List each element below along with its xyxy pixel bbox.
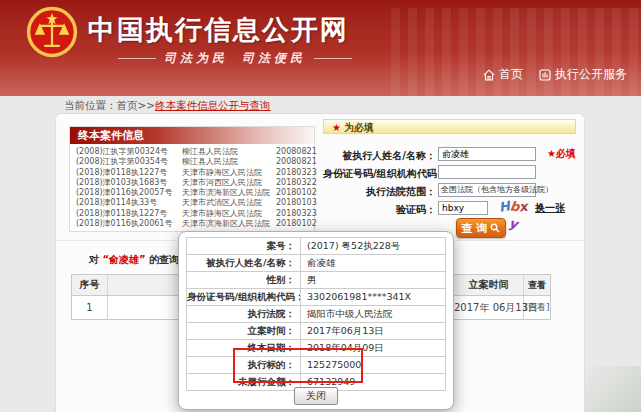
detail-row-name: 被执行人姓名/名称：俞凌雄 [187, 255, 445, 272]
captcha-field-label: 验证码： [323, 202, 436, 218]
summary-prefix: 对 [89, 254, 102, 265]
site-slogan: 司法为民 司法便民 [110, 50, 360, 67]
court-scope-select[interactable]: 全国法院（包含地方各级法院） [438, 183, 536, 197]
breadcrumb-current-link[interactable]: 终本案件信息公开与查询 [155, 99, 271, 111]
case-detail-modal: 案号：(2017) 粤52执228号 被执行人姓名/名称：俞凌雄 性别：男 身份… [178, 231, 454, 410]
slogan-line-left [118, 58, 156, 59]
captcha-input[interactable] [438, 201, 488, 215]
list-item[interactable]: (2018)津0114执33号天津市武清区人民法院20180103 [70, 198, 314, 208]
court-emblem-logo [26, 6, 78, 58]
slogan-text-left: 司法为民 [164, 50, 228, 67]
detail-row-court: 执行法院：揭阳市中级人民法院 [187, 306, 445, 323]
breadcrumb: 当前位置：首页>>终本案件信息公开与查询 [64, 99, 271, 113]
detail-row-terminate-date: 终本日期：2018年04月09日 [187, 340, 445, 357]
detail-row-id-code: 身份证号码/组织机构代码：3302061981****341X [187, 289, 445, 306]
name-field-label: 被执行人姓名/名称： [323, 148, 436, 164]
detail-row-filed-date: 立案时间：2017年06月13日 [187, 323, 445, 340]
search-button[interactable]: 查 询 [456, 218, 506, 238]
form-row-name: 被执行人姓名/名称： ★必填 [323, 146, 576, 162]
nav-home-label: 首页 [499, 66, 523, 83]
home-icon [483, 69, 495, 81]
name-input[interactable] [438, 147, 536, 161]
service-building-icon [539, 69, 551, 81]
nav-service-label: 执行公开服务 [555, 66, 627, 83]
list-item[interactable]: (2018)津0118执1227号天津市静海区人民法院20180323 [70, 168, 314, 178]
list-item[interactable]: (2018)津0103执1683号天津市河西区人民法院20180322 [70, 178, 314, 188]
list-item[interactable]: (2008)江执字第00354号柳江县人民法院20080821 [70, 157, 314, 167]
case-detail-table: 案号：(2017) 粤52执228号 被执行人姓名/名称：俞凌雄 性别：男 身份… [186, 237, 446, 391]
cell-filed-date: 2017年 06月13日 [454, 296, 524, 319]
form-row-captcha: 验证码： Hbxy 换一张 [323, 200, 576, 216]
col-index: 序号 [72, 275, 108, 295]
slogan-text-right: 司法便民 [242, 50, 306, 67]
nav-enforcement-service[interactable]: 执行公开服务 [539, 66, 627, 83]
summary-queried-name: “俞凌雄” [102, 254, 145, 265]
cell-index: 1 [72, 296, 108, 319]
court-scope-label: 执行法院范围： [323, 184, 436, 200]
terminated-cases-list: (2008)江执字第00324号柳江县人民法院20080821 (2008)江执… [70, 144, 314, 229]
col-view: 查看 [524, 275, 550, 295]
terminated-cases-title: 终本案件信息 [70, 127, 314, 144]
list-item[interactable]: (2018)津0118执1227号天津市静海区人民法院20180323 [70, 209, 314, 219]
name-required-tag: ★必填 [547, 146, 576, 162]
terminated-cases-box: 终本案件信息 (2008)江执字第00324号柳江县人民法院20080821 (… [69, 126, 315, 232]
view-link[interactable]: [查看] [524, 296, 550, 319]
nav-home[interactable]: 首页 [483, 66, 523, 83]
detail-row-gender: 性别：男 [187, 272, 445, 289]
search-button-label: 查 询 [462, 221, 488, 236]
site-header: 中国执行信息公开网 司法为民 司法便民 首页 执 [0, 0, 641, 96]
list-item[interactable]: (2018)津0116执20061号天津市滨海新区人民法院20180102 [70, 219, 314, 229]
required-note-label: 为必填 [344, 122, 374, 133]
close-button[interactable]: 关闭 [294, 387, 338, 405]
slogan-line-right [314, 58, 352, 59]
search-form: ★为必填 被执行人姓名/名称： ★必填 身份证号码/组织机构代码： 执行法院范围… [323, 119, 576, 241]
col-filed-date: 立案时间 [454, 275, 524, 295]
form-row-court-scope: 执行法院范围： 全国法院（包含地方各级法院） [323, 182, 576, 198]
list-item[interactable]: (2018)津0116执20057号天津市滨海新区人民法院20180102 [70, 188, 314, 198]
list-item[interactable]: (2008)江执字第00324号柳江县人民法院20080821 [70, 147, 314, 157]
search-icon [490, 223, 500, 233]
detail-row-target-amount: 执行标的：125275000 [187, 357, 445, 374]
required-star-icon: ★ [332, 122, 341, 133]
detail-row-case-no: 案号：(2017) 粤52执228号 [187, 238, 445, 255]
id-field-label: 身份证号码/组织机构代码： [323, 166, 436, 182]
captcha-refresh-link[interactable]: 换一张 [535, 200, 565, 216]
header-nav: 首页 执行公开服务 [483, 66, 627, 83]
site-title: 中国执行信息公开网 [88, 12, 349, 48]
required-note: ★为必填 [323, 119, 576, 134]
id-input[interactable] [438, 165, 536, 179]
form-row-id: 身份证号码/组织机构代码： [323, 164, 576, 180]
page: 中国执行信息公开网 司法为民 司法便民 首页 执 [0, 0, 641, 412]
breadcrumb-prefix: 当前位置：首页>> [64, 99, 155, 111]
